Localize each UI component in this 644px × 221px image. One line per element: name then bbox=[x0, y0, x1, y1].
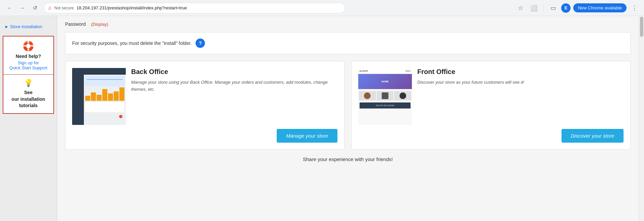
url-text: 18.204.197.231/prestashop/install/index.… bbox=[76, 5, 187, 10]
bar-5 bbox=[108, 93, 113, 101]
forward-button[interactable]: → bbox=[17, 3, 28, 13]
password-label: Password bbox=[65, 21, 86, 27]
browser-actions: ☆ ⬜ ▭ E New Chrome available ⋮ bbox=[515, 3, 640, 13]
bar-7 bbox=[119, 87, 124, 101]
extensions-button[interactable]: ⬜ bbox=[529, 3, 539, 13]
front-office-preview: ELASTIC MENU HOME bbox=[358, 68, 412, 125]
tutorials-card-title: Seeour installationtutorials bbox=[6, 89, 51, 109]
fo-product-1 bbox=[359, 91, 376, 100]
bo-line-chart bbox=[85, 76, 124, 86]
profile-button[interactable]: E bbox=[561, 3, 571, 13]
bo-sidebar-mock bbox=[72, 75, 84, 125]
help-circle-button[interactable]: ? bbox=[196, 39, 205, 48]
reload-button[interactable]: ↺ bbox=[30, 3, 40, 13]
cards-row: Back Office Manage your store using your… bbox=[65, 61, 631, 150]
manage-store-button[interactable]: Manage your store bbox=[277, 129, 337, 143]
help-card[interactable]: 🛟 Need help? Sign up for Quick Start Sup… bbox=[3, 36, 54, 75]
security-notice-text: For security purposes, you must delete t… bbox=[72, 41, 192, 46]
nav-buttons: ← → ↺ bbox=[4, 3, 40, 13]
bar-3 bbox=[97, 95, 102, 101]
back-office-card: Back Office Manage your store using your… bbox=[65, 61, 344, 150]
discover-store-button[interactable]: Discover your store bbox=[561, 129, 624, 143]
back-office-preview bbox=[72, 68, 126, 125]
bookmark-button[interactable]: ☆ bbox=[515, 3, 526, 13]
fo-products bbox=[358, 90, 412, 101]
fo-preview-mock: ELASTIC MENU HOME bbox=[358, 68, 412, 125]
password-row: Password (Display) bbox=[65, 21, 631, 27]
browser-toolbar: ← → ↺ ⚠ Not secure 18.204.197.231/presta… bbox=[0, 0, 644, 16]
display-link[interactable]: (Display) bbox=[91, 22, 108, 27]
back-button[interactable]: ← bbox=[4, 3, 15, 13]
back-office-card-text: Back Office Manage your store using your… bbox=[131, 68, 337, 125]
help-card-title: Need help? bbox=[6, 54, 51, 59]
sidebar-cards: 🛟 Need help? Sign up for Quick Start Sup… bbox=[3, 36, 54, 114]
scrollbar-thumb[interactable] bbox=[640, 17, 643, 37]
more-button[interactable]: ⋮ bbox=[629, 3, 640, 13]
bo-chart-bar bbox=[85, 87, 124, 101]
bar-2 bbox=[91, 92, 96, 101]
product-img-1 bbox=[364, 92, 371, 99]
front-office-title: Front Office bbox=[417, 68, 624, 76]
front-office-card: ELASTIC MENU HOME bbox=[351, 61, 631, 150]
bo-table-mock bbox=[85, 102, 124, 112]
lifesaver-icon: 🛟 bbox=[6, 41, 51, 52]
tutorials-card[interactable]: 💡 Seeour installationtutorials bbox=[3, 75, 54, 114]
scrollbar-panel bbox=[639, 16, 644, 221]
sidebar-item-label: Store installation bbox=[10, 24, 42, 29]
product-img-2 bbox=[382, 92, 388, 99]
fo-header-mock: ELASTIC MENU bbox=[358, 68, 412, 74]
sidebar-button[interactable]: ▭ bbox=[548, 3, 558, 13]
bo-preview-mock bbox=[72, 68, 126, 125]
sidebar: ▶ Store installation 🛟 Need help? Sign u… bbox=[0, 16, 57, 221]
front-office-desc: Discover your store as your future custo… bbox=[417, 79, 624, 86]
front-office-card-inner: ELASTIC MENU HOME bbox=[358, 68, 624, 125]
fo-hero: HOME bbox=[358, 74, 412, 89]
fo-banner: 20% OFF ON CLOTHES bbox=[360, 102, 411, 108]
back-office-card-inner: Back Office Manage your store using your… bbox=[72, 68, 337, 125]
sidebar-item-store-installation[interactable]: ▶ Store installation bbox=[0, 21, 57, 32]
product-img-3 bbox=[399, 92, 406, 99]
fo-product-2 bbox=[377, 91, 394, 100]
lightbulb-icon: 💡 bbox=[6, 79, 51, 87]
page-layout: ▶ Store installation 🛟 Need help? Sign u… bbox=[0, 16, 644, 221]
security-notice: For security purposes, you must delete t… bbox=[65, 32, 631, 54]
fo-product-3 bbox=[394, 91, 411, 100]
new-chrome-button[interactable]: New Chrome available bbox=[573, 3, 627, 12]
back-office-title: Back Office bbox=[131, 68, 337, 76]
help-card-link[interactable]: Sign up for Quick Start Support bbox=[6, 60, 51, 70]
bar-6 bbox=[114, 91, 119, 101]
address-bar[interactable]: ⚠ Not secure 18.204.197.231/prestashop/i… bbox=[44, 3, 345, 13]
not-secure-label: Not secure bbox=[54, 6, 74, 10]
back-office-desc: Manage your store using your Back Office… bbox=[131, 79, 337, 93]
share-text: Share your experience with your friends! bbox=[65, 156, 631, 162]
separator bbox=[543, 4, 544, 12]
bo-red-dot bbox=[119, 115, 122, 118]
bar-4 bbox=[102, 89, 107, 101]
bar-1 bbox=[85, 96, 90, 101]
arrow-icon: ▶ bbox=[5, 25, 8, 28]
main-content: Password (Display) For security purposes… bbox=[57, 16, 639, 221]
warning-icon: ⚠ bbox=[48, 6, 52, 10]
front-office-card-text: Front Office Discover your store as your… bbox=[417, 68, 624, 125]
